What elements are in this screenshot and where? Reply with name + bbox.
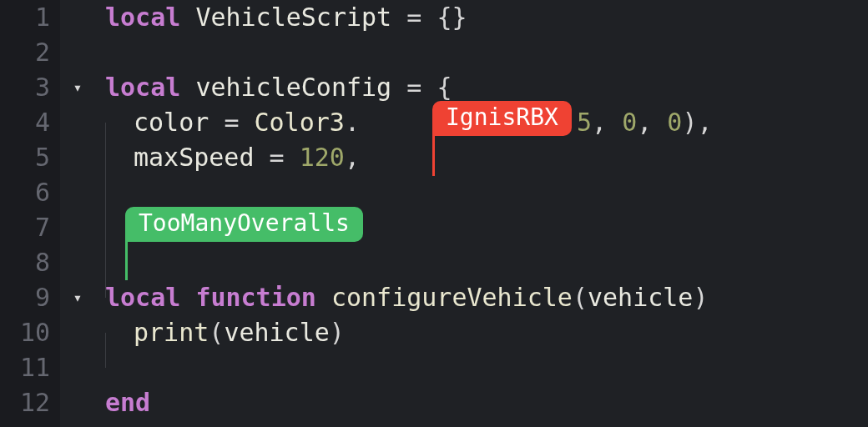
fold-toggle-icon[interactable]: ▾: [60, 280, 95, 315]
code-line[interactable]: [105, 175, 868, 210]
identifier: vehicleConfig: [195, 70, 391, 105]
code-editor[interactable]: 1 2 3 4 5 6 7 8 9 10 11 12 ▾ ▾ local Veh…: [0, 0, 868, 427]
line-number: 11: [0, 350, 50, 385]
keyword: function: [195, 280, 316, 315]
fold-toggle-icon[interactable]: ▾: [60, 70, 95, 105]
line-number: 1: [0, 0, 50, 35]
code-line[interactable]: local VehicleScript = {}: [105, 0, 868, 35]
line-number: 2: [0, 35, 50, 70]
code-line[interactable]: print(vehicle): [105, 315, 868, 350]
identifier: VehicleScript: [195, 0, 391, 35]
line-number: 7: [0, 210, 50, 245]
line-number: 6: [0, 175, 50, 210]
keyword: local: [105, 0, 180, 35]
line-number: 3: [0, 70, 50, 105]
line-number: 9: [0, 280, 50, 315]
code-line[interactable]: [105, 35, 868, 70]
code-line[interactable]: [105, 350, 868, 385]
keyword: local: [105, 70, 180, 105]
code-area[interactable]: local VehicleScript = {} local vehicleCo…: [95, 0, 868, 427]
code-line[interactable]: maxSpeed = 120,: [105, 140, 868, 175]
line-number: 4: [0, 105, 50, 140]
line-number: 12: [0, 385, 50, 420]
code-line[interactable]: [105, 245, 868, 280]
code-line[interactable]: local vehicleConfig = {: [105, 70, 868, 105]
collab-cursor-caret: [432, 134, 435, 176]
fold-gutter: ▾ ▾: [60, 0, 95, 427]
line-number: 10: [0, 315, 50, 350]
collab-cursor-label: IgnisRBX: [432, 101, 572, 136]
code-line[interactable]: end: [105, 385, 868, 420]
code-line[interactable]: local function configureVehicle(vehicle): [105, 280, 868, 315]
collab-cursor-caret: [125, 240, 128, 280]
function-name: configureVehicle: [331, 280, 573, 315]
line-number-gutter: 1 2 3 4 5 6 7 8 9 10 11 12: [0, 0, 60, 427]
keyword: end: [105, 385, 150, 420]
line-number: 8: [0, 245, 50, 280]
line-number: 5: [0, 140, 50, 175]
collab-cursor-label: TooManyOveralls: [125, 207, 363, 242]
keyword: local: [105, 280, 180, 315]
